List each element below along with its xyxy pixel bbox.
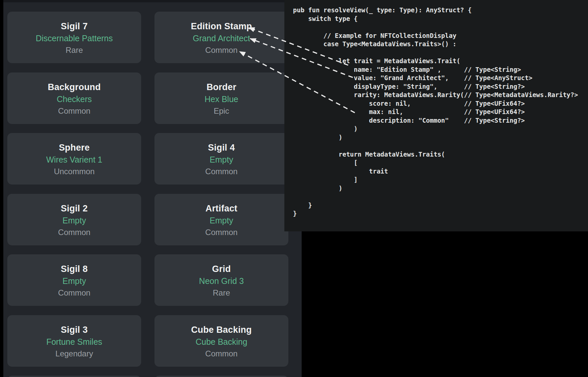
trait-value: Empty bbox=[7, 214, 141, 227]
trait-rarity: Rare bbox=[7, 45, 141, 56]
trait-name: Sigil 3 bbox=[7, 324, 141, 335]
code-overlay-panel: pub fun resolveView(_ type: Type): AnySt… bbox=[284, 0, 588, 231]
trait-card bbox=[7, 376, 141, 377]
trait-value: Checkers bbox=[7, 93, 141, 105]
trait-card: Edition Stamp Grand Architect Common bbox=[154, 12, 288, 63]
trait-name: Sphere bbox=[7, 142, 141, 153]
trait-value: Discernable Patterns bbox=[7, 32, 141, 45]
trait-name: Artifact bbox=[154, 203, 288, 214]
trait-name: Cube Backing bbox=[154, 324, 288, 335]
trait-value: Fortune Smiles bbox=[7, 335, 141, 348]
trait-card: Sphere Wires Varient 1 Uncommon bbox=[7, 133, 141, 185]
trait-rarity: Uncommon bbox=[7, 166, 141, 177]
trait-rarity: Common bbox=[7, 105, 141, 116]
trait-value: Hex Blue bbox=[154, 93, 288, 105]
trait-card: Sigil 3 Fortune Smiles Legendary bbox=[7, 315, 141, 367]
trait-value: Cube Backing bbox=[154, 335, 288, 348]
trait-rarity: Common bbox=[154, 348, 288, 359]
trait-rarity: Common bbox=[154, 45, 288, 56]
trait-card: Sigil 7 Discernable Patterns Rare bbox=[7, 12, 141, 63]
trait-value: Empty bbox=[154, 214, 288, 227]
trait-card: Border Hex Blue Epic bbox=[154, 72, 288, 124]
trait-rarity: Common bbox=[154, 227, 288, 238]
trait-card: Artifact Empty Common bbox=[154, 194, 288, 245]
top-edge-strip bbox=[3, 0, 302, 2]
trait-card: Sigil 4 Empty Common bbox=[154, 133, 288, 185]
trait-card: Grid Neon Grid 3 Rare bbox=[154, 254, 288, 306]
trait-value: Empty bbox=[7, 275, 141, 287]
nft-traits-screen: Sigil 7 Discernable Patterns Rare Editio… bbox=[0, 0, 588, 377]
trait-card: Sigil 8 Empty Common bbox=[7, 254, 141, 306]
trait-name: Background bbox=[7, 82, 141, 93]
trait-rarity: Common bbox=[7, 287, 141, 298]
trait-card: Sigil 2 Empty Common bbox=[7, 194, 141, 245]
trait-name: Sigil 4 bbox=[154, 142, 288, 153]
trait-name: Border bbox=[154, 82, 288, 93]
trait-rarity: Legendary bbox=[7, 348, 141, 359]
trait-rarity: Common bbox=[154, 166, 288, 177]
trait-card: Background Checkers Common bbox=[7, 72, 141, 124]
trait-rarity: Rare bbox=[154, 287, 288, 298]
trait-value: Wires Varient 1 bbox=[7, 153, 141, 166]
trait-name: Sigil 7 bbox=[7, 21, 141, 32]
trait-value: Empty bbox=[154, 153, 288, 166]
trait-card bbox=[154, 376, 288, 377]
trait-name: Edition Stamp bbox=[154, 21, 288, 32]
trait-card: Cube Backing Cube Backing Common bbox=[154, 315, 288, 367]
code-block: pub fun resolveView(_ type: Type): AnySt… bbox=[284, 0, 588, 218]
trait-name: Grid bbox=[154, 264, 288, 275]
trait-value: Neon Grid 3 bbox=[154, 275, 288, 287]
trait-rarity: Common bbox=[7, 227, 141, 238]
trait-name: Sigil 2 bbox=[7, 203, 141, 214]
trait-value: Grand Architect bbox=[154, 32, 288, 45]
trait-rarity: Epic bbox=[154, 105, 288, 116]
trait-name: Sigil 8 bbox=[7, 264, 141, 275]
